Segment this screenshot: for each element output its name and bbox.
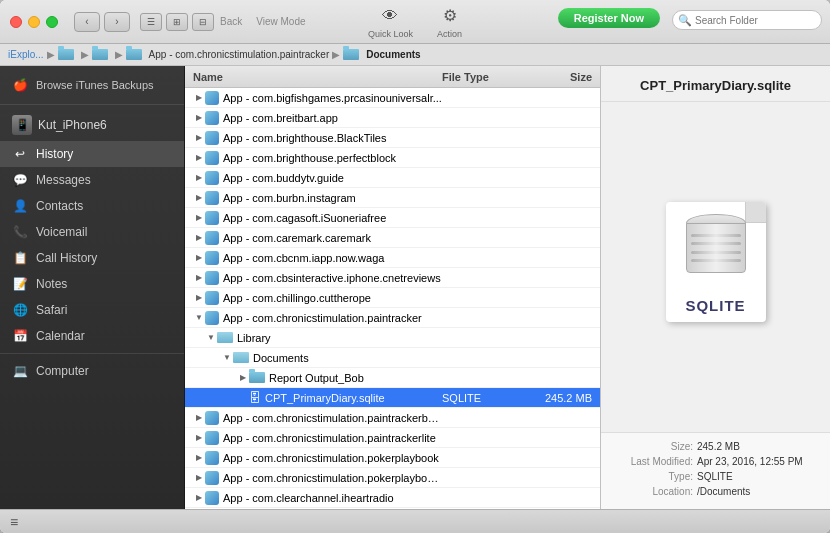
view-mode-label: View Mode	[256, 16, 305, 27]
table-row[interactable]: ▶ App - com.chronicstimulation.paintrack…	[185, 408, 600, 428]
sidebar-item-messages[interactable]: 💬 Messages	[0, 167, 184, 193]
nav-buttons: ‹ ›	[74, 12, 130, 32]
file-name: App - com.breitbart.app	[223, 112, 442, 124]
register-button[interactable]: Register Now	[558, 8, 660, 28]
table-row[interactable]: ▶ App - com.burbn.instagram	[185, 188, 600, 208]
expand-arrow[interactable]: ▶	[193, 292, 205, 304]
app-icon	[205, 191, 219, 205]
expand-arrow[interactable]: ▶	[193, 432, 205, 444]
table-row[interactable]: ▼ Documents	[185, 348, 600, 368]
preview-filename: CPT_PrimaryDiary.sqlite	[601, 66, 830, 102]
file-type: SQLITE	[442, 392, 522, 404]
breadcrumb-sep-2: ▶	[81, 49, 89, 60]
sidebar-item-history[interactable]: ↩ History	[0, 141, 184, 167]
breadcrumb-app[interactable]: App - com.chronicstimulation.paintracker	[126, 49, 330, 60]
folder-icon	[249, 372, 265, 383]
view-mode-group: ☰ ⊞ ⊟	[140, 13, 214, 31]
traffic-lights	[10, 16, 58, 28]
table-row[interactable]: ▼ Library	[185, 328, 600, 348]
expand-arrow[interactable]: ▼	[193, 312, 205, 324]
toolbar-center: 👁 Quick Look ⚙ Action	[368, 5, 462, 39]
app-icon	[205, 231, 219, 245]
close-button[interactable]	[10, 16, 22, 28]
table-row[interactable]: ▶ App - com.buddytv.guide	[185, 168, 600, 188]
file-size: 245.2 MB	[522, 392, 592, 404]
sqlite-icon: SQLITE	[656, 202, 776, 332]
action-button[interactable]: ⚙ Action	[437, 5, 462, 39]
list-view-button[interactable]: ☰	[140, 13, 162, 31]
table-row[interactable]: ▼ App - com.chronicstimulation.paintrack…	[185, 308, 600, 328]
main-area: 🍎 Browse iTunes Backups 📱 Kut_iPhone6 ↩ …	[0, 66, 830, 509]
table-row[interactable]: ▶ App - com.cbsinteractive.iphone.cnetre…	[185, 268, 600, 288]
minimize-button[interactable]	[28, 16, 40, 28]
expand-arrow[interactable]: ▶	[193, 92, 205, 104]
table-row[interactable]: ▶ App - com.clearchannel.iheartradio	[185, 488, 600, 508]
file-name: App - com.chronicstimulation.pokerplaybo…	[223, 452, 442, 464]
expand-arrow[interactable]: ▶	[237, 372, 249, 384]
sidebar-safari-label: Safari	[36, 303, 67, 317]
expand-arrow[interactable]: ▶	[193, 492, 205, 504]
table-row[interactable]: ▶ App - com.brighthouse.perfectblock	[185, 148, 600, 168]
sidebar-item-notes[interactable]: 📝 Notes	[0, 271, 184, 297]
table-row[interactable]: ▶ App - com.caremark.caremark	[185, 228, 600, 248]
file-name: App - com.chillingo.cuttherope	[223, 292, 442, 304]
sidebar-item-call-history[interactable]: 📋 Call History	[0, 245, 184, 271]
expand-arrow[interactable]: ▶	[193, 152, 205, 164]
table-row[interactable]: ▶ App - com.chronicstimulation.paintrack…	[185, 428, 600, 448]
breadcrumb-level2[interactable]	[92, 49, 112, 60]
search-input[interactable]	[672, 10, 822, 30]
expand-arrow[interactable]: ▼	[221, 352, 233, 364]
table-row[interactable]: ▶ App - com.chronicstimulation.pokerplay…	[185, 468, 600, 488]
expand-arrow[interactable]: ▶	[193, 252, 205, 264]
meta-modified-row: Last Modified: Apr 23, 2016, 12:55 PM	[613, 456, 818, 467]
expand-arrow[interactable]: ▶	[193, 272, 205, 284]
expand-arrow[interactable]: ▶	[193, 412, 205, 424]
barrel-ring	[691, 242, 741, 245]
sidebar-item-safari[interactable]: 🌐 Safari	[0, 297, 184, 323]
file-name: App - com.chronicstimulation.paintracker…	[223, 432, 442, 444]
table-row[interactable]: ▶ App - com.chillingo.cuttherope	[185, 288, 600, 308]
menu-icon[interactable]: ≡	[10, 514, 18, 530]
icon-view-button[interactable]: ⊟	[192, 13, 214, 31]
breadcrumb-documents[interactable]: Documents	[343, 49, 420, 60]
breadcrumb-iexplorer[interactable]: iExplo...	[8, 49, 44, 60]
expand-arrow[interactable]: ▶	[193, 472, 205, 484]
action-label: Action	[437, 29, 462, 39]
file-area: Name File Type Size ▶ App - com.bigfishg…	[185, 66, 600, 509]
table-row[interactable]: ▶ App - com.breitbart.app	[185, 108, 600, 128]
table-row[interactable]: ▶ App - com.brighthouse.BlackTiles	[185, 128, 600, 148]
expand-arrow[interactable]: ▼	[205, 332, 217, 344]
expand-arrow[interactable]: ▶	[193, 132, 205, 144]
table-row[interactable]: 🗄 CPT_PrimaryDiary.sqlite SQLITE 245.2 M…	[185, 388, 600, 408]
maximize-button[interactable]	[46, 16, 58, 28]
preview-icon-area: SQLITE	[601, 102, 830, 432]
breadcrumb-level1[interactable]	[58, 49, 78, 60]
table-row[interactable]: ▶ App - com.cagasoft.iSuoneriafree	[185, 208, 600, 228]
sidebar-item-voicemail[interactable]: 📞 Voicemail	[0, 219, 184, 245]
expand-arrow[interactable]: ▶	[193, 452, 205, 464]
sidebar-item-browse[interactable]: 🍎 Browse iTunes Backups	[0, 72, 184, 98]
sidebar-item-computer[interactable]: 💻 Computer	[0, 358, 184, 384]
calendar-icon: 📅	[12, 328, 28, 344]
back-button[interactable]: ‹	[74, 12, 100, 32]
table-row[interactable]: ▶ App - com.bigfishgames.prcasinounivers…	[185, 88, 600, 108]
table-row[interactable]: ▶ Report Output_Bob	[185, 368, 600, 388]
sidebar-item-contacts[interactable]: 👤 Contacts	[0, 193, 184, 219]
sidebar-item-calendar[interactable]: 📅 Calendar	[0, 323, 184, 349]
expand-arrow[interactable]: ▶	[193, 192, 205, 204]
quick-look-button[interactable]: 👁 Quick Look	[368, 5, 413, 39]
preview-meta: Size: 245.2 MB Last Modified: Apr 23, 20…	[601, 432, 830, 509]
expand-arrow[interactable]: ▶	[193, 172, 205, 184]
column-view-button[interactable]: ⊞	[166, 13, 188, 31]
forward-button[interactable]: ›	[104, 12, 130, 32]
app-icon	[205, 271, 219, 285]
expand-arrow[interactable]: ▶	[193, 112, 205, 124]
safari-icon: 🌐	[12, 302, 28, 318]
expand-arrow[interactable]: ▶	[193, 212, 205, 224]
call-history-icon: 📋	[12, 250, 28, 266]
expand-arrow[interactable]: ▶	[193, 232, 205, 244]
table-row[interactable]: ▶ App - com.cbcnm.iapp.now.waga	[185, 248, 600, 268]
table-row[interactable]: ▶ App - com.chronicstimulation.pokerplay…	[185, 448, 600, 468]
barrel-body	[686, 223, 746, 273]
app-icon	[205, 111, 219, 125]
